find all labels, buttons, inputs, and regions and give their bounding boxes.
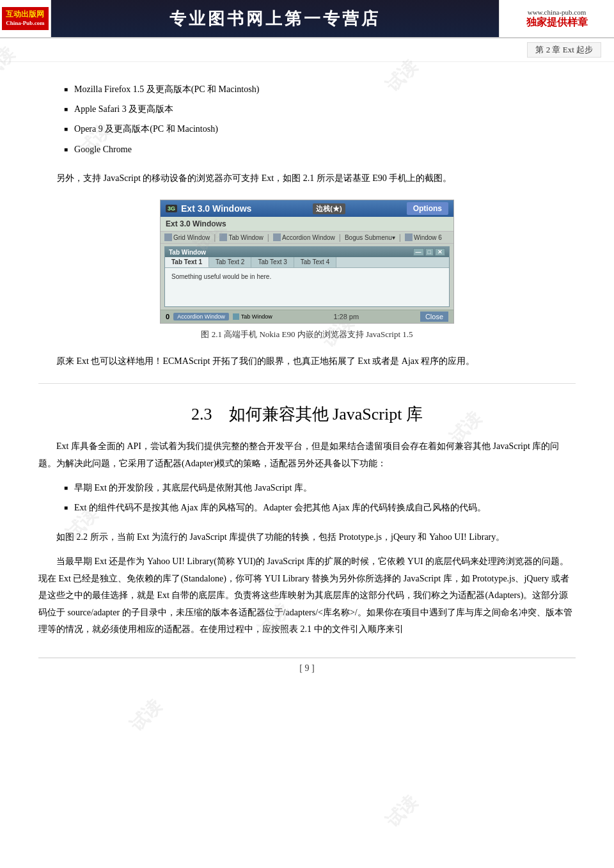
grid-icon [164,233,172,241]
section-number: 2.3 [191,405,212,423]
ss-3g-badge: 3G [166,205,177,212]
ss-tab-2: Tab Text 2 [209,257,251,267]
section-heading: 2.3 如何兼容其他 JavaScript 库 [38,403,576,425]
list-item: 早期 Ext 的开发阶段，其底层代码是依附其他 JavaScript 库。 [64,480,576,496]
paragraph-3: Ext 库具备全面的 API，尝试着为我们提供完整的整合开发平台，但是如果结合遗… [38,438,576,472]
figure-container: 3G Ext 3.0 Windows 边栈(★) Options Ext 3.0… [160,200,454,340]
list-item: Google Chrome [64,141,576,157]
ss-tab-3: Tab Text 3 [251,257,294,267]
page-header: 互动出版网 China-Pub.com 专业图书网上第一专营店 www.chin… [0,0,614,38]
watermark-text-9: 试读 [125,695,167,737]
ss-tab-4: Tab Text 4 [294,257,336,267]
ss-tabs: Tab Text 1 Tab Text 2 Tab Text 3 Tab Tex… [165,257,449,268]
section-divider [38,383,576,384]
watermark-text-10: 试读 [381,791,423,833]
ss-options: Options [407,202,448,215]
window6-icon [405,233,413,241]
tabwin-small-icon [233,313,239,320]
tab-icon [219,233,227,241]
screenshot-box: 3G Ext 3.0 Windows 边栈(★) Options Ext 3.0… [160,200,454,324]
list-item: Ext 的组件代码不是按其他 Ajax 库的风格写的。Adapter 会把其他 … [64,500,576,516]
header-slogan: 独家提供样章 [526,16,588,29]
header-right-area: www.china-pub.com 独家提供样章 [499,0,614,37]
header-url: www.china-pub.com [528,8,586,16]
ss-titlebar-left: 3G Ext 3.0 Windows [166,203,251,214]
browser-list: Mozilla Firefox 1.5 及更高版本(PC 和 Macintosh… [64,81,576,157]
list-item: Opera 9 及更高版本(PC 和 Macintosh) [64,121,576,137]
ss-signal: 边栈(★) [313,203,345,214]
paragraph-5: 当最早期 Ext 还是作为 Yahoo UI! Library(简称 YUI)的… [38,553,576,638]
figure-caption: 图 2.1 高端手机 Nokia E90 内嵌的浏览器支持 JavaScript… [201,329,413,340]
ss-menu-tab: Tab Window [219,233,263,241]
ss-menu-grid: Grid Window [164,233,210,241]
ss-bottom-bar: 0 Accordion Window Tab Window 1:28 pm Cl… [161,310,453,323]
paragraph-1: 另外，支持 JavaScript 的移动设备的浏览器亦可支持 Ext，如图 2.… [38,170,576,187]
ss-menu-window6: Window 6 [405,233,442,241]
ss-tabwin-controls: — □ ✕ [413,248,445,256]
page-number: [ 9 ] [38,658,576,674]
section-title: 如何兼容其他 JavaScript 库 [229,405,423,423]
ss-accordion-btn: Accordion Window [173,313,229,320]
paragraph-4: 如图 2.2 所示，当前 Ext 为流行的 JavaScript 库提供了功能的… [38,529,576,546]
ss-titlebar: 3G Ext 3.0 Windows 边栈(★) Options [161,200,453,217]
accordion-icon [273,233,281,241]
ss-menubar: Grid Window | Tab Window | Accordion Win… [161,232,453,244]
ss-tabwin-titlebar: Tab Window — □ ✕ [165,247,449,257]
ss-tab-1: Tab Text 1 [165,257,209,267]
paragraph-2: 原来 Ext 也可以这样地用！ECMAScript 开拓了我们的眼界，也真正地拓… [38,353,576,370]
ss-tabwin-content: Something useful would be in here. [165,268,449,306]
logo-top-text: 互动出版网 [6,10,44,20]
ss-menu-bogus: Bogus Submenu▾ [345,234,395,241]
list-item: Apple Safari 3 及更高版本 [64,101,576,117]
chapter-bar: 第 2 章 Ext 起步 [0,38,614,62]
ss-time: 1:28 pm [333,313,359,320]
header-title-area: 专业图书网上第一专营店 [51,0,499,37]
logo-bottom-text: China-Pub.com [6,20,44,28]
header-title-text: 专业图书网上第一专营店 [169,8,381,30]
ss-close-btn: Close [420,312,448,322]
ss-tabwin-btn: Tab Window [233,313,272,320]
main-content: Mozilla Firefox 1.5 及更高版本(PC 和 Macintosh… [0,62,614,693]
logo-area: 互动出版网 China-Pub.com [0,0,51,37]
adapter-list: 早期 Ext 的开发阶段，其底层代码是依附其他 JavaScript 库。 Ex… [64,480,576,516]
list-item: Mozilla Firefox 1.5 及更高版本(PC 和 Macintosh… [64,81,576,97]
logo-box: 互动出版网 China-Pub.com [2,7,48,29]
ss-zero: 0 [166,313,169,320]
ss-ext-bar: Ext 3.0 Windows [161,217,453,232]
ss-tabwin: Tab Window — □ ✕ Tab Text 1 Tab Text 2 T… [164,246,450,307]
ss-menu-accordion: Accordion Window [273,233,335,241]
ss-titlebar-title: Ext 3.0 Windows [181,203,251,214]
chapter-label: 第 2 章 Ext 起步 [527,42,601,58]
